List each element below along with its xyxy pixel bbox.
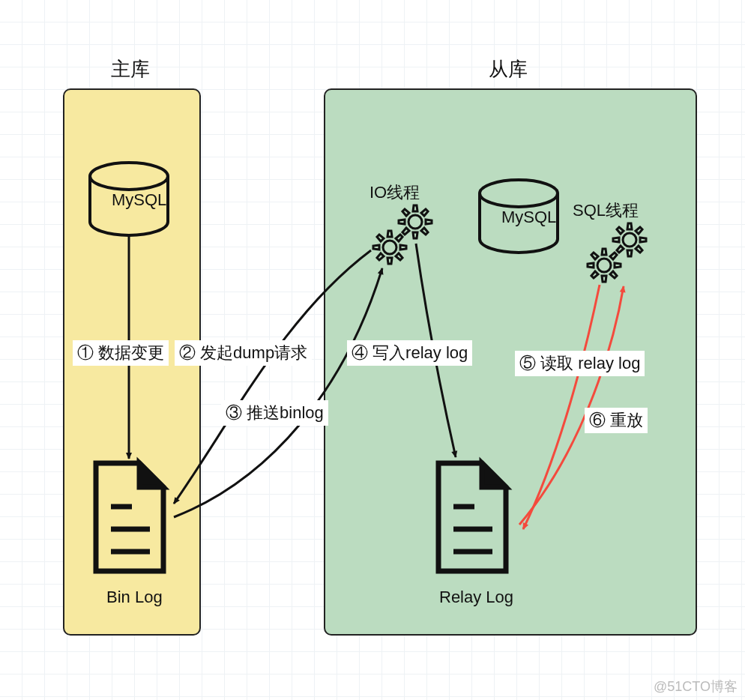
edge-label-3: ③ 推送binlog <box>221 400 328 426</box>
slave-title: 从库 <box>489 56 528 82</box>
edge-label-4: ④ 写入relay log <box>347 340 472 366</box>
edge-label-5: ⑤ 读取 relay log <box>515 351 645 376</box>
binlog-label: Bin Log <box>102 586 167 609</box>
diagram-canvas: 主库 从库 <box>0 0 745 700</box>
io-thread-label: IO线程 <box>365 180 424 205</box>
edge-label-6: ⑥ 重放 <box>585 408 648 433</box>
slave-mysql-label: MySQL <box>497 206 561 229</box>
edge-label-1: ① 数据变更 <box>73 340 169 366</box>
edge-label-2: ② 发起dump请求 <box>175 340 312 366</box>
watermark: @51CTO博客 <box>654 678 738 696</box>
relaylog-label: Relay Log <box>435 586 518 609</box>
master-mysql-label: MySQL <box>107 189 171 211</box>
master-title: 主库 <box>111 56 150 82</box>
sql-thread-label: SQL线程 <box>568 198 643 223</box>
